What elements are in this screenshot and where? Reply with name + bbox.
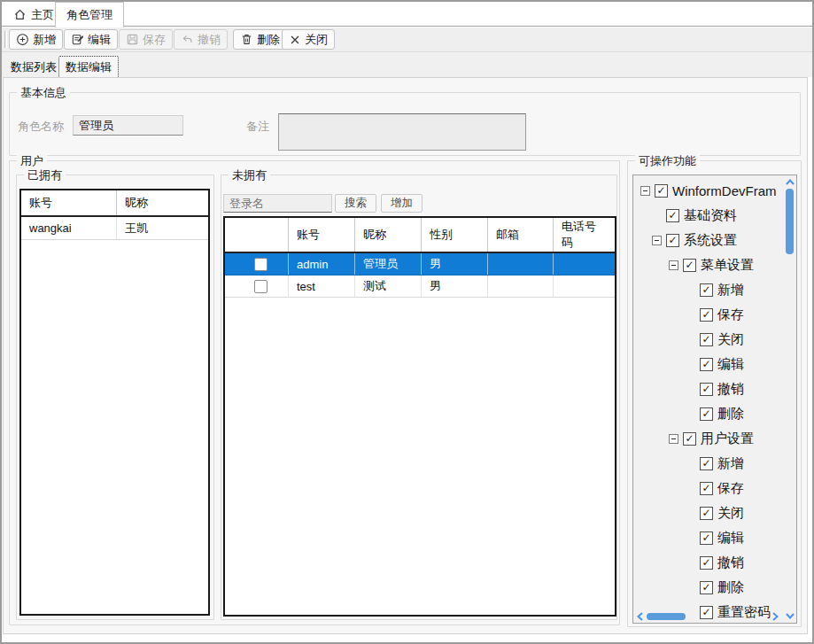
tree-item-label: 撤销 (717, 555, 744, 571)
checkbox-checked-icon[interactable] (666, 209, 679, 222)
owned-user-row[interactable]: wangkai 王凯 (21, 217, 208, 240)
row-checkbox-cell (225, 275, 289, 297)
permissions-title: 可操作功能 (635, 154, 700, 167)
unowned-users-group: 未拥有 搜索 增加 账号 昵称 性别 邮箱 电话号 (221, 175, 617, 620)
search-button[interactable]: 搜索 (335, 194, 376, 213)
unowned-user-row[interactable]: test 测试 男 (225, 275, 615, 298)
view-tabstrip: 数据列表 数据编辑 (2, 52, 812, 77)
tree-item[interactable]: 编辑 (633, 525, 784, 550)
cell-account: test (289, 275, 355, 297)
checkbox-checked-icon[interactable] (700, 308, 713, 322)
tree-item[interactable]: 系统设置 (633, 228, 784, 252)
checkbox-checked-icon[interactable] (700, 333, 713, 346)
checkbox-checked-icon[interactable] (700, 283, 713, 297)
tree-item[interactable]: 撤销 (633, 376, 784, 401)
cell-nickname: 测试 (355, 275, 422, 297)
close-button-label: 关闭 (305, 32, 328, 48)
collapse-icon[interactable] (640, 186, 650, 196)
tree-item[interactable]: 基础资料 (633, 203, 784, 228)
tab-data-list[interactable]: 数据列表 (7, 58, 60, 77)
tree-item[interactable]: 撤销 (633, 550, 784, 575)
owned-users-title: 已拥有 (24, 168, 66, 182)
owned-users-table: 账号 昵称 wangkai 王凯 (19, 189, 210, 616)
unowned-user-row-selected[interactable]: admin 管理员 男 (225, 253, 615, 275)
tab-role-management[interactable]: 角色管理 (55, 2, 124, 27)
checkbox-checked-icon[interactable] (655, 184, 668, 198)
owned-users-group: 已拥有 账号 昵称 wangkai 王凯 (16, 175, 214, 620)
undo-button[interactable]: 撤销 (174, 29, 228, 50)
checkbox-checked-icon[interactable] (700, 358, 713, 371)
edit-button[interactable]: 编辑 (64, 29, 118, 50)
unowned-col-account: 账号 (289, 218, 355, 252)
scroll-left-icon[interactable] (635, 611, 645, 621)
tree-item[interactable]: 菜单设置 (633, 252, 784, 277)
close-button[interactable]: 关闭 (282, 29, 335, 50)
app-window: 主页 角色管理 新增 编辑 保存 撤销 (0, 0, 814, 644)
checkbox-checked-icon[interactable] (666, 234, 679, 247)
checkbox-checked-icon[interactable] (683, 259, 696, 272)
checkbox-checked-icon[interactable] (683, 432, 696, 446)
tree-item[interactable]: 关闭 (633, 500, 784, 525)
tree-item-label: 重置密码 (717, 604, 771, 621)
save-button[interactable]: 保存 (119, 29, 173, 50)
tree-item-label: 保存 (717, 480, 744, 497)
checkbox-checked-icon[interactable] (700, 482, 713, 495)
role-name-input[interactable] (73, 115, 183, 136)
tree-item[interactable]: 新增 (633, 277, 784, 302)
toolbar: 新增 编辑 保存 撤销 删除 (2, 27, 812, 52)
tree-item-label: 菜单设置 (701, 257, 754, 274)
home-icon (13, 8, 27, 21)
tree-item[interactable]: 保存 (633, 302, 784, 327)
remark-textarea[interactable] (278, 113, 526, 151)
save-button-label: 保存 (143, 32, 166, 48)
checkbox-checked-icon[interactable] (700, 407, 713, 421)
collapse-icon[interactable] (669, 434, 678, 444)
add-icon (16, 33, 29, 46)
undo-icon (181, 33, 194, 46)
vertical-scrollbar-thumb[interactable] (786, 189, 794, 254)
checkbox-checked-icon[interactable] (700, 457, 713, 470)
tab-home[interactable]: 主页 (5, 4, 62, 26)
tree-item[interactable]: 用户设置 (633, 426, 784, 451)
tree-item[interactable]: 保存 (633, 476, 784, 500)
owned-cell-account: wangkai (21, 217, 117, 239)
cell-email (488, 275, 554, 297)
cell-phone (554, 253, 615, 275)
scroll-down-icon[interactable] (785, 611, 795, 621)
tab-data-edit[interactable]: 数据编辑 (58, 56, 119, 79)
tree-item-label: 编辑 (717, 530, 744, 547)
checkbox-checked-icon[interactable] (700, 581, 713, 594)
delete-button[interactable]: 删除 (233, 29, 287, 50)
login-name-input[interactable] (223, 194, 332, 213)
toolbar-grip[interactable] (4, 31, 7, 48)
owned-cell-nickname: 王凯 (117, 217, 208, 239)
collapse-icon[interactable] (652, 236, 662, 245)
row-checkbox[interactable] (254, 280, 267, 293)
cell-phone (554, 275, 615, 297)
collapse-icon[interactable] (669, 260, 678, 270)
checkbox-checked-icon[interactable] (700, 556, 713, 570)
tree-item[interactable]: WinformDevFram (633, 178, 784, 203)
tree-item-label: 关闭 (717, 331, 744, 348)
horizontal-scrollbar-thumb[interactable] (647, 613, 686, 620)
cell-gender: 男 (422, 253, 488, 275)
checkbox-checked-icon[interactable] (700, 606, 713, 619)
tree-item-label: 新增 (717, 282, 744, 299)
row-checkbox[interactable] (254, 258, 267, 271)
tree-item[interactable]: 删除 (633, 575, 784, 600)
tree-item[interactable]: 删除 (633, 401, 784, 426)
checkbox-checked-icon[interactable] (700, 383, 713, 396)
tree-item[interactable]: 新增 (633, 451, 784, 476)
checkbox-checked-icon[interactable] (700, 531, 713, 545)
add-user-button[interactable]: 增加 (381, 194, 423, 213)
scroll-up-icon[interactable] (785, 177, 795, 187)
scroll-right-icon[interactable] (771, 611, 780, 621)
tree-item-label: 系统设置 (684, 232, 737, 249)
new-button[interactable]: 新增 (9, 29, 63, 50)
tree-item[interactable]: 关闭 (633, 327, 784, 352)
trash-icon (240, 33, 253, 46)
tree-item[interactable]: 编辑 (633, 352, 784, 376)
checkbox-checked-icon[interactable] (700, 507, 713, 520)
delete-button-label: 删除 (257, 32, 280, 48)
tree-item-label: 保存 (717, 306, 744, 323)
